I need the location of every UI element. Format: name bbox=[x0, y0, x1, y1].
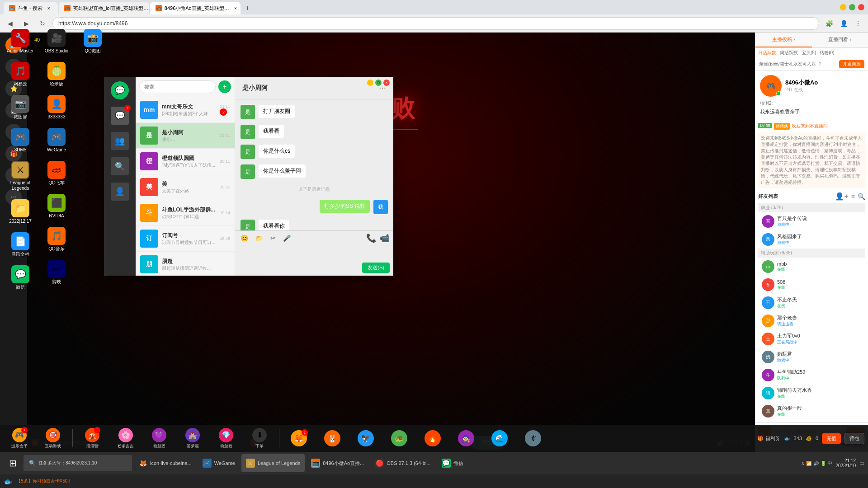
friend-item-winter[interactable]: 不 不止冬天 在线 bbox=[758, 294, 865, 312]
desktop-icon-3333[interactable]: 👤 3333333 bbox=[41, 93, 72, 122]
file-btn[interactable]: 📁 bbox=[254, 234, 265, 243]
info-icon[interactable]: ? bbox=[819, 62, 821, 67]
tray-network[interactable]: 📶 bbox=[806, 461, 811, 466]
desktop-icon-tencent-doc[interactable]: 📄 腾讯文档 bbox=[5, 230, 36, 259]
video-call-btn[interactable]: 📹 bbox=[380, 233, 390, 243]
wechat-message-input[interactable] bbox=[235, 245, 393, 263]
contact-mei[interactable]: 美 美 太美了在外路 19:25 bbox=[136, 174, 235, 200]
friend-item-assist[interactable]: 斗 斗鱼辅助259 队列中 bbox=[758, 366, 865, 384]
desktop-icon-nvidia[interactable]: ⬛ NVIDIA bbox=[41, 192, 72, 221]
tab-upload[interactable]: 主播投稿 › bbox=[755, 33, 812, 47]
wechat-nav-chat[interactable]: 💬 2 bbox=[111, 107, 129, 125]
friend-item-bottle[interactable]: 奶 奶瓶君 游戏中 bbox=[758, 348, 865, 366]
taskbar-app-obs[interactable]: 🔴 OBS 27.1.3 (64-bi... bbox=[370, 454, 435, 472]
tray-up-arrow[interactable]: ∧ bbox=[801, 461, 804, 466]
taskbar-search[interactable]: 🔍 任务多大号：8496|2023.1.10 bbox=[24, 455, 132, 471]
widget-youmeng[interactable]: 🏰 游梦屋 bbox=[177, 427, 208, 450]
taskbar-app-lol[interactable]: ⚔ League of Legends bbox=[241, 454, 305, 472]
widget-download[interactable]: ⬇ 下单 bbox=[244, 427, 275, 450]
wechat-add-btn[interactable]: + bbox=[218, 80, 231, 93]
subtab-daily[interactable]: 日活跃数 bbox=[758, 50, 776, 56]
search-friends-icon[interactable]: 🔍 bbox=[858, 193, 865, 200]
desktop-icon-folder[interactable]: 📁 2022|12|17 bbox=[5, 197, 36, 226]
desktop-icon-obs[interactable]: 🎥 OBS Studio bbox=[41, 27, 72, 56]
widget-char-7[interactable]: 🌊 bbox=[484, 427, 515, 450]
browser-minimize[interactable] bbox=[840, 4, 846, 10]
widget-fansgroup[interactable]: 💜 粉丝团 bbox=[143, 427, 175, 450]
friend-item-mbb[interactable]: m mbb 在线 bbox=[758, 258, 865, 276]
tray-battery[interactable]: 🔋 bbox=[821, 461, 826, 466]
wechat-search-input[interactable] bbox=[139, 80, 216, 93]
tray-language[interactable]: 中 bbox=[828, 460, 832, 466]
tab-close-3[interactable]: × bbox=[232, 5, 239, 12]
contact-peng[interactable]: 朋 朋超 朋超道从排团近远近收... bbox=[136, 252, 235, 276]
wechat-nav-me[interactable]: 👤 bbox=[111, 183, 129, 201]
desktop-icon-capture[interactable]: 📷 截图屏 bbox=[5, 93, 36, 122]
subtab-items[interactable]: 宝贝(5) bbox=[802, 50, 816, 56]
bag-btn[interactable]: 背包 bbox=[844, 433, 864, 444]
tab-close-1[interactable]: × bbox=[45, 5, 52, 12]
taskbar-app-douyu[interactable]: 📺 8496小微Ao直播... bbox=[307, 454, 368, 472]
browser-close[interactable] bbox=[858, 4, 864, 10]
desktop-icon-hami[interactable]: 🍈 哈米唐 bbox=[41, 60, 72, 89]
widget-interactive[interactable]: 🎯 互动游戏 bbox=[37, 427, 69, 450]
list-view-icon[interactable]: ≡ bbox=[851, 193, 855, 200]
address-bar[interactable]: https://www.douyu.com/8496 bbox=[52, 17, 819, 30]
desktop-icon-lol[interactable]: ⚔ League of Legends bbox=[5, 159, 36, 193]
recharge-btn[interactable]: 充值 bbox=[822, 433, 841, 444]
open-seat-btn[interactable]: 开通亲族 bbox=[839, 60, 864, 68]
douyu-bottom-icon[interactable]: 🐟 bbox=[4, 477, 13, 486]
desktop-icon-qqcar[interactable]: 🏎 QQ飞车 bbox=[41, 159, 72, 188]
system-clock[interactable]: 21:12 2023/1/10 bbox=[836, 458, 856, 468]
contact-douyu-group[interactable]: 斗 斗鱼LOL手游外部群... 订阅Czzz: @DC通... 19:14 bbox=[136, 200, 235, 226]
welfare-btn[interactable]: 🎁 福利券 bbox=[757, 435, 780, 442]
friend-item-2[interactable]: 风 风格园来了 游戏中 bbox=[758, 230, 865, 249]
desktop-icon-qqmusic[interactable]: 🎵 QQ音乐 bbox=[41, 225, 72, 253]
contact-subscription[interactable]: 订 订阅号 订阅节目时通知节目可订... 16:45 bbox=[136, 226, 235, 252]
wechat-nav-contacts[interactable]: 👥 bbox=[111, 132, 129, 150]
desktop-icon-wechat[interactable]: 💬 微信 bbox=[5, 263, 36, 292]
menu-button[interactable]: ⋮ bbox=[852, 17, 864, 30]
widget-char-1[interactable]: 🦊 1 bbox=[283, 427, 315, 450]
widget-fentiao[interactable]: 🌸 粉条吉吉 bbox=[110, 427, 142, 450]
desktop-icon-qqshot[interactable]: 📸 QQ截图 bbox=[77, 27, 108, 56]
widget-fenfen[interactable]: 💎 粉丝粉 bbox=[210, 427, 242, 450]
add-friend-icon[interactable]: 👤+ bbox=[835, 192, 848, 201]
taskbar-app-browser[interactable]: 🦊 icon-live-cubeina... bbox=[134, 454, 196, 472]
browser-tab-3[interactable]: 🎮 8496小微Ao直播_英雄联型… × bbox=[150, 2, 241, 14]
browser-maximize[interactable] bbox=[849, 4, 855, 10]
widget-liuliu[interactable]: 🎪 溜溜营 bbox=[76, 427, 108, 450]
tab-replay[interactable]: 直播回看 › bbox=[812, 33, 868, 47]
widget-game-box[interactable]: 🎮 1 游乐盒子 bbox=[4, 427, 35, 450]
desktop-icon-wegame[interactable]: 🎮 WeGame bbox=[41, 126, 72, 155]
show-desktop-btn[interactable]: ▭ bbox=[859, 460, 864, 466]
widget-char-4[interactable]: 🐢 bbox=[383, 427, 415, 450]
voice-call-btn[interactable]: 📞 bbox=[366, 233, 376, 243]
emoji-btn[interactable]: 😊 bbox=[239, 234, 250, 243]
new-tab-button[interactable]: + bbox=[241, 2, 254, 14]
wechat-nav-discover[interactable]: 🔍 bbox=[111, 157, 129, 175]
desktop-icon-admin[interactable]: 🔧 AdminMaster bbox=[5, 27, 36, 56]
friend-item-508[interactable]: 5 508 在线 bbox=[758, 276, 865, 294]
wechat-close[interactable]: × bbox=[383, 80, 390, 86]
desktop-icon-netease[interactable]: 🎵 网易云 bbox=[5, 60, 36, 89]
wechat-minimize[interactable]: – bbox=[367, 80, 373, 86]
wechat-maximize[interactable]: □ bbox=[375, 80, 382, 86]
start-button[interactable]: ⊞ bbox=[4, 454, 22, 472]
desktop-icon-3dm[interactable]: 🎮 3DM5 bbox=[5, 126, 36, 155]
subtab-diamond[interactable]: 钻粉(0) bbox=[820, 50, 834, 56]
contact-orange[interactable]: 橙 橙道领队圆圆 "My"道遇"Yn"加入了队伍... 20:11 bbox=[136, 149, 235, 174]
extensions-button[interactable]: 🧩 bbox=[823, 17, 835, 30]
contact-zhou[interactable]: 是 是小周阿 收小… 21:11 bbox=[136, 123, 235, 149]
contact-mm[interactable]: mm mm文哥乐文 [39项]哈米唐的2个人妹... 21:11 2 bbox=[136, 97, 235, 123]
browser-tab-2[interactable]: 🎮 英雄联盟直播_lol直播_英雄联型… × bbox=[59, 2, 149, 14]
profile-button[interactable]: 👤 bbox=[837, 17, 850, 30]
widget-char-5[interactable]: 🔥 bbox=[417, 427, 448, 450]
subtab-weekly[interactable]: 周活跃数 bbox=[780, 50, 798, 56]
taskbar-app-wegame[interactable]: 🎮 WeGame bbox=[198, 454, 240, 472]
mic-btn[interactable]: 🎤 bbox=[281, 234, 292, 243]
desktop-icon-jianying[interactable]: ✂ 剪映 bbox=[41, 258, 72, 286]
taskbar-app-wechat[interactable]: 💬 微信 bbox=[437, 454, 468, 472]
tray-volume[interactable]: 🔊 bbox=[813, 461, 819, 466]
friend-item-force[interactable]: 土 土力军0v0 正在局战中 bbox=[758, 330, 865, 348]
